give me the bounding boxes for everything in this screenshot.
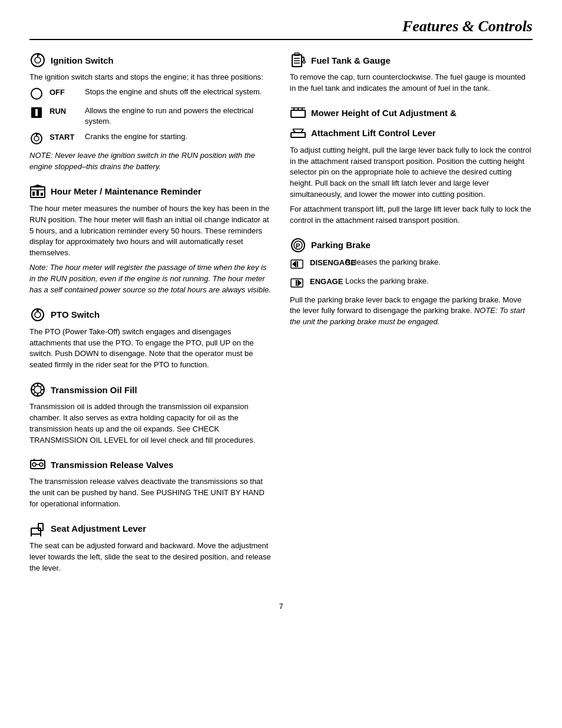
disengage-description: Releases the parking brake. <box>345 257 533 268</box>
section-ignition-switch: Ignition Switch The ignition switch star… <box>29 52 272 173</box>
section-mower-height: Mower Height of Cut Adjustment & Attachm… <box>290 105 533 226</box>
transmission-release-title: Transmission Release Valves <box>29 456 272 473</box>
ignition-note: NOTE: Never leave the ignition switch in… <box>29 150 272 173</box>
pto-switch-title: PTO Switch <box>29 307 272 323</box>
hour-meter-title: Hour Meter / Maintenance Reminder <box>29 183 272 200</box>
disengage-label: DISENGAGE <box>310 257 339 267</box>
transmission-release-icon <box>29 456 46 473</box>
off-label: OFF <box>49 87 79 97</box>
ignition-body: The ignition switch starts and stops the… <box>29 72 272 83</box>
parking-brake-body: Pull the parking brake lever back to eng… <box>290 295 533 328</box>
section-seat-adjustment: Seat Adjustment Lever The seat can be ad… <box>29 521 272 574</box>
svg-rect-6 <box>35 109 38 116</box>
off-description: Stops the engine and shuts off the elect… <box>85 87 272 97</box>
svg-rect-15 <box>41 193 43 196</box>
left-column: Ignition Switch The ignition switch star… <box>29 52 272 584</box>
ignition-start-row: START Cranks the engine for starting. <box>29 131 272 146</box>
page-number: 7 <box>29 602 533 611</box>
run-label: RUN <box>49 106 79 116</box>
ignition-run-row: RUN Allows the engine to run and powers … <box>29 106 272 127</box>
engage-icon <box>290 276 304 290</box>
mower-height-body2: For attachment transport lift, pull the … <box>290 204 533 226</box>
run-description: Allows the engine to run and powers the … <box>85 106 272 127</box>
engage-label: ENGAGE <box>310 276 339 286</box>
attachment-lift-subtitle: Attachment Lift Control Lever <box>290 125 533 141</box>
section-transmission-oil: Transmission Oil Fill Transmission oil i… <box>29 381 272 446</box>
svg-line-27 <box>33 385 35 387</box>
fuel-tank-title: Fuel Tank & Gauge <box>290 52 533 68</box>
disengage-icon <box>290 257 304 271</box>
svg-rect-14 <box>37 190 39 196</box>
section-pto-switch: PTO Switch The PTO (Power Take-Off) swit… <box>29 307 272 371</box>
start-description: Cranks the engine for starting. <box>85 131 272 142</box>
section-fuel-tank: Fuel Tank & Gauge To remove the cap, tur… <box>290 52 533 94</box>
svg-point-45 <box>303 61 305 63</box>
ignition-switch-icon <box>29 52 46 68</box>
svg-line-30 <box>33 392 35 394</box>
run-icon <box>29 106 44 120</box>
svg-marker-65 <box>297 279 302 286</box>
attachment-lift-icon <box>290 125 306 141</box>
start-label: START <box>49 131 79 141</box>
pto-switch-icon <box>29 307 46 323</box>
off-icon <box>29 87 44 101</box>
seat-adjustment-title: Seat Adjustment Lever <box>29 521 272 537</box>
svg-rect-13 <box>32 192 35 196</box>
fuel-tank-body: To remove the cap, turn counterclockwise… <box>290 72 533 94</box>
disengage-row: DISENGAGE Releases the parking brake. <box>290 257 533 271</box>
fuel-tank-icon <box>290 52 306 68</box>
svg-point-4 <box>31 88 42 99</box>
transmission-oil-icon <box>29 381 46 398</box>
engage-description: Locks the parking brake. <box>345 276 533 286</box>
parking-brake-icon: P <box>290 237 306 253</box>
svg-point-8 <box>34 136 39 141</box>
svg-text:P: P <box>296 242 300 249</box>
mower-height-icon <box>290 105 306 121</box>
svg-rect-49 <box>291 110 305 117</box>
engage-row: ENGAGE Locks the parking brake. <box>290 276 533 290</box>
start-icon <box>29 131 44 146</box>
two-column-layout: Ignition Switch The ignition switch star… <box>29 52 533 584</box>
ignition-switch-title: Ignition Switch <box>29 52 272 68</box>
transmission-oil-title: Transmission Oil Fill <box>29 381 272 398</box>
section-hour-meter: Hour Meter / Maintenance Reminder The ho… <box>29 183 272 296</box>
svg-line-29 <box>40 385 42 387</box>
right-column: Fuel Tank & Gauge To remove the cap, tur… <box>290 52 533 584</box>
mower-height-title: Mower Height of Cut Adjustment & <box>290 105 533 121</box>
ignition-item-list: OFF Stops the engine and shuts off the e… <box>29 87 272 146</box>
svg-point-18 <box>35 312 41 318</box>
section-parking-brake: P Parking Brake DISENGAGE <box>290 237 533 328</box>
mower-height-body1: To adjust cutting height, pull the large… <box>290 145 533 200</box>
section-transmission-release: Transmission Release Valves The transmis… <box>29 456 272 510</box>
transmission-release-body: The transmission release valves deactiva… <box>29 476 272 510</box>
svg-point-33 <box>39 463 43 466</box>
seat-adjustment-icon <box>29 521 46 537</box>
page-header: Features & Controls <box>29 18 533 40</box>
hour-meter-body: The hour meter measures the number of ho… <box>29 203 272 259</box>
svg-rect-54 <box>291 133 305 137</box>
page-title: Features & Controls <box>29 18 533 35</box>
pto-body: The PTO (Power Take-Off) switch engages … <box>29 327 272 371</box>
svg-line-28 <box>40 392 42 394</box>
ignition-off-row: OFF Stops the engine and shuts off the e… <box>29 87 272 101</box>
parking-brake-note: NOTE: To start the unit the parking brak… <box>290 306 525 326</box>
svg-point-1 <box>35 57 41 63</box>
svg-marker-16 <box>31 185 45 187</box>
parking-brake-title: P Parking Brake <box>290 237 533 253</box>
svg-point-32 <box>32 463 36 466</box>
seat-adjustment-body: The seat can be adjusted forward and bac… <box>29 541 272 574</box>
hour-meter-note: Note: The hour meter will register the p… <box>29 262 272 296</box>
parking-brake-item-list: DISENGAGE Releases the parking brake. EN… <box>290 257 533 290</box>
hour-meter-icon <box>29 183 46 200</box>
transmission-oil-body: Transmission oil is added through the tr… <box>29 401 272 446</box>
svg-marker-62 <box>292 261 296 268</box>
